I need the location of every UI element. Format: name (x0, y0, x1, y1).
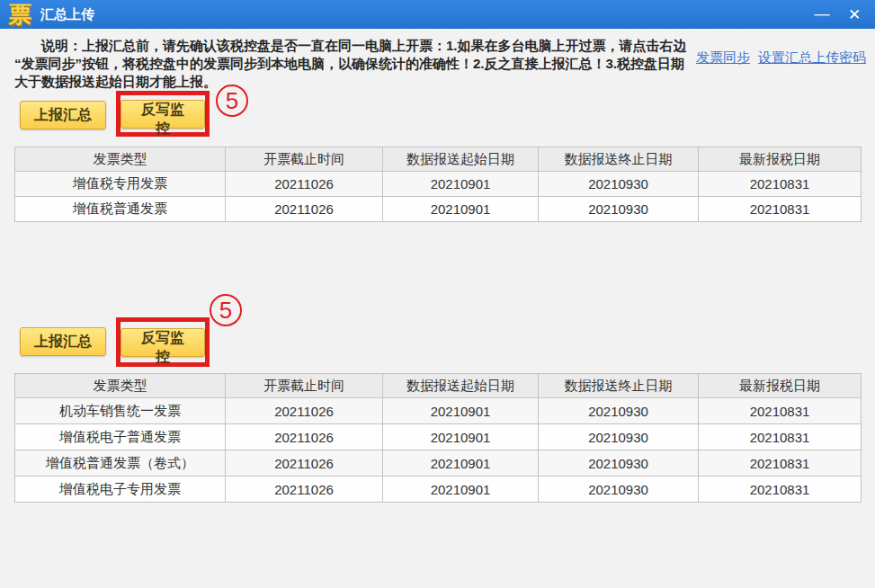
set-upload-password-link[interactable]: 设置汇总上传密码 (758, 49, 866, 67)
table-cell: 20210831 (699, 424, 862, 450)
column-header: 开票截止时间 (226, 374, 383, 398)
minimize-button[interactable]: — (810, 4, 834, 25)
highlight-box: 反写监控 (116, 91, 210, 137)
column-header: 数据报送起始日期 (383, 147, 539, 172)
column-header: 最新报税日期 (699, 147, 862, 172)
table-cell: 20210901 (383, 450, 539, 477)
table-cell: 增值税电子专用发票 (15, 477, 226, 503)
table-cell: 20210901 (383, 424, 539, 450)
column-header: 数据报送终止日期 (539, 147, 699, 172)
table-row: 机动车销售统一发票2021102620210901202109302021083… (15, 398, 862, 424)
highlight-box: 反写监控 (116, 317, 210, 367)
table-header-row: 发票类型开票截止时间数据报送起始日期数据报送终止日期最新报税日期 (15, 374, 862, 398)
table-cell: 20210930 (539, 172, 699, 197)
table-cell: 20210930 (539, 197, 699, 222)
table-cell: 20210901 (383, 172, 539, 197)
table-cell: 20210901 (383, 398, 539, 424)
table-cell: 增值税专用发票 (15, 172, 226, 197)
window-title: 汇总上传 (40, 6, 94, 23)
table-row: 增值税电子专用发票2021102620210901202109302021083… (15, 477, 862, 503)
table-cell: 20210831 (699, 172, 862, 197)
invoice-summary-table: 发票类型开票截止时间数据报送起始日期数据报送终止日期最新报税日期增值税专用发票2… (14, 147, 862, 222)
table-cell: 20210901 (383, 477, 539, 503)
annotation-step-5: 5 (210, 294, 242, 326)
table-row: 增值税普通发票（卷式）20211026202109012021093020210… (15, 450, 862, 477)
column-header: 最新报税日期 (699, 374, 862, 398)
report-summary-button[interactable]: 上报汇总 (20, 327, 106, 356)
table-cell: 20211026 (226, 424, 383, 450)
table-cell: 20211026 (226, 450, 383, 477)
table-row: 增值税专用发票20211026202109012021093020210831 (15, 172, 862, 197)
title-bar: 票 汇总上传 — ✕ (0, 0, 875, 29)
table-cell: 20210930 (539, 424, 699, 450)
table-row: 增值税电子普通发票2021102620210901202109302021083… (15, 424, 862, 450)
column-header: 发票类型 (15, 374, 226, 398)
table-cell: 增值税电子普通发票 (15, 424, 226, 450)
table-cell: 20211026 (226, 477, 383, 503)
table-cell: 20210831 (699, 398, 862, 424)
table-header-row: 发票类型开票截止时间数据报送起始日期数据报送终止日期最新报税日期 (15, 147, 862, 172)
close-button[interactable]: ✕ (843, 4, 866, 25)
table-cell: 20210831 (699, 197, 862, 222)
table-cell: 机动车销售统一发票 (15, 398, 226, 424)
table-cell: 20210901 (383, 197, 539, 222)
app-logo-icon: 票 (8, 2, 31, 27)
report-summary-button[interactable]: 上报汇总 (20, 101, 106, 129)
column-header: 数据报送终止日期 (539, 374, 699, 398)
column-header: 开票截止时间 (226, 147, 383, 172)
column-header: 数据报送起始日期 (383, 374, 539, 398)
table-row: 增值税普通发票20211026202109012021093020210831 (15, 197, 862, 222)
invoice-sync-link[interactable]: 发票同步 (696, 49, 750, 67)
table-cell: 20210930 (539, 450, 699, 477)
writeback-monitor-button[interactable]: 反写监控 (121, 100, 205, 129)
table-cell: 20211026 (226, 172, 383, 197)
instruction-text: 说明：上报汇总前，请先确认该税控盘是否一直在同一电脑上开票：1.如果在多台电脑上… (14, 37, 698, 91)
window-controls: — ✕ (810, 4, 875, 25)
table-cell: 20211026 (226, 197, 383, 222)
link-group: 发票同步 设置汇总上传密码 (696, 49, 866, 67)
table-cell: 20210930 (539, 477, 699, 503)
table-cell: 20210831 (699, 477, 862, 503)
writeback-monitor-button[interactable]: 反写监控 (121, 328, 205, 357)
table-cell: 增值税普通发票（卷式） (15, 450, 226, 477)
column-header: 发票类型 (15, 147, 226, 172)
table-cell: 20210930 (539, 398, 699, 424)
invoice-summary-table: 发票类型开票截止时间数据报送起始日期数据报送终止日期最新报税日期机动车销售统一发… (14, 373, 862, 503)
table-cell: 20210831 (699, 450, 862, 477)
table-cell: 20211026 (226, 398, 383, 424)
table-cell: 增值税普通发票 (15, 197, 226, 222)
annotation-step-5: 5 (216, 85, 248, 117)
